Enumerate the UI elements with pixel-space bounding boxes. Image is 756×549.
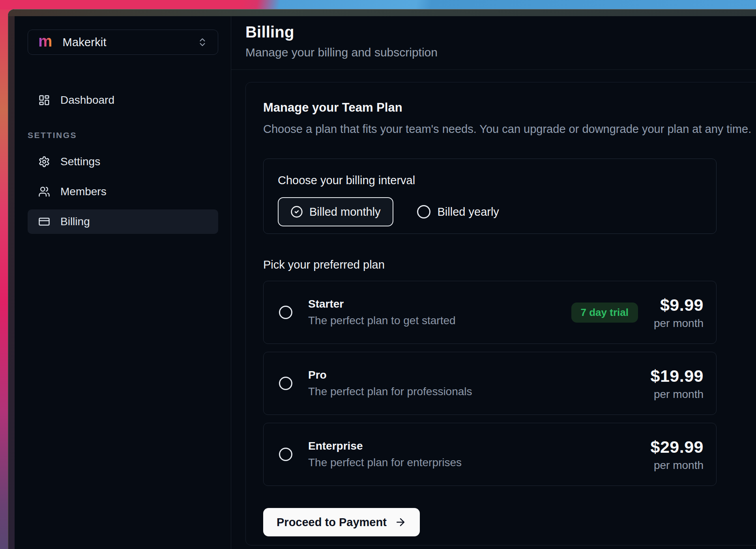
- sidebar-item-billing[interactable]: Billing: [28, 209, 218, 234]
- plan-price: $29.99: [650, 437, 704, 457]
- sidebar-item-label: Settings: [60, 155, 100, 168]
- plan-option-pro[interactable]: Pro The perfect plan for professionals $…: [263, 352, 717, 415]
- page-content: Manage your Team Plan Choose a plan that…: [231, 70, 756, 549]
- page-subtitle: Manage your billing and subscription: [245, 46, 742, 59]
- plan-name: Pro: [308, 369, 472, 381]
- main-panel: Billing Manage your billing and subscrip…: [231, 16, 756, 549]
- plan-pricing: $29.99 per month: [650, 437, 704, 472]
- radio-circle-icon: [279, 377, 292, 390]
- page-title: Billing: [245, 23, 742, 41]
- plan-name: Starter: [308, 298, 456, 310]
- interval-option-label: Billed yearly: [438, 205, 499, 218]
- app-root: m Makerkit Dashboard SETTINGS: [15, 16, 756, 549]
- billing-interval-heading: Choose your billing interval: [278, 174, 702, 187]
- team-plan-card: Manage your Team Plan Choose a plan that…: [245, 82, 756, 545]
- gear-icon: [38, 156, 50, 168]
- proceed-to-payment-button[interactable]: Proceed to Payment: [263, 508, 420, 536]
- page-header: Billing Manage your billing and subscrip…: [231, 16, 756, 70]
- sidebar-item-members[interactable]: Members: [28, 179, 218, 204]
- plan-description: The perfect plan to get started: [308, 314, 456, 327]
- plan-pricing: $9.99 per month: [654, 295, 704, 330]
- plan-option-starter[interactable]: Starter The perfect plan to get started …: [263, 281, 717, 344]
- sidebar-item-settings[interactable]: Settings: [28, 149, 218, 174]
- workspace-selector[interactable]: m Makerkit: [28, 30, 218, 55]
- sidebar-item-label: Members: [60, 185, 107, 198]
- sidebar: m Makerkit Dashboard SETTINGS: [15, 16, 231, 549]
- card-description: Choose a plan that fits your team's need…: [263, 123, 756, 136]
- credit-card-icon: [38, 216, 50, 228]
- trial-badge: 7 day trial: [571, 303, 638, 323]
- desktop-wallpaper-top: [0, 0, 756, 9]
- interval-option-yearly[interactable]: Billed yearly: [417, 205, 499, 218]
- plan-info: Pro The perfect plan for professionals: [308, 369, 472, 398]
- cta-label: Proceed to Payment: [277, 516, 387, 529]
- sidebar-item-label: Billing: [60, 215, 90, 228]
- chevrons-up-down-icon: [197, 37, 208, 47]
- plan-period: per month: [654, 388, 704, 401]
- circle-check-icon: [290, 205, 303, 218]
- plan-price: $9.99: [660, 295, 704, 315]
- radio-circle-icon: [417, 205, 430, 218]
- billing-interval-options: Billed monthly Billed yearly: [278, 197, 702, 226]
- radio-circle-icon: [279, 306, 292, 319]
- plan-pricing: $19.99 per month: [650, 366, 704, 401]
- plan-info: Enterprise The perfect plan for enterpri…: [308, 440, 462, 469]
- sidebar-section-settings: SETTINGS: [28, 131, 218, 140]
- sidebar-item-dashboard[interactable]: Dashboard: [28, 88, 218, 112]
- plan-info: Starter The perfect plan to get started: [308, 298, 456, 327]
- interval-option-monthly[interactable]: Billed monthly: [278, 197, 393, 226]
- sidebar-nav: Dashboard SETTINGS Settings Members: [28, 88, 218, 234]
- interval-option-label: Billed monthly: [309, 205, 381, 218]
- plan-price: $19.99: [650, 366, 704, 386]
- plan-picker-heading: Pick your preferred plan: [263, 258, 717, 271]
- app-window: m Makerkit Dashboard SETTINGS: [8, 9, 756, 549]
- plan-description: The perfect plan for enterprises: [308, 456, 462, 469]
- arrow-right-icon: [395, 516, 406, 528]
- workspace-name: Makerkit: [63, 36, 107, 49]
- window-left-edge: [8, 16, 15, 549]
- plan-option-enterprise[interactable]: Enterprise The perfect plan for enterpri…: [263, 423, 717, 486]
- makerkit-logo-icon: m: [38, 33, 52, 49]
- billing-interval-box: Choose your billing interval Billed mont…: [263, 159, 717, 234]
- plan-name: Enterprise: [308, 440, 462, 452]
- users-icon: [38, 186, 50, 198]
- plan-description: The perfect plan for professionals: [308, 385, 472, 398]
- plan-period: per month: [654, 459, 704, 472]
- sidebar-item-label: Dashboard: [60, 94, 114, 106]
- card-title: Manage your Team Plan: [263, 101, 756, 115]
- plan-period: per month: [654, 317, 704, 330]
- dashboard-icon: [38, 94, 50, 106]
- radio-circle-icon: [279, 448, 292, 461]
- window-title-bar: [8, 9, 756, 16]
